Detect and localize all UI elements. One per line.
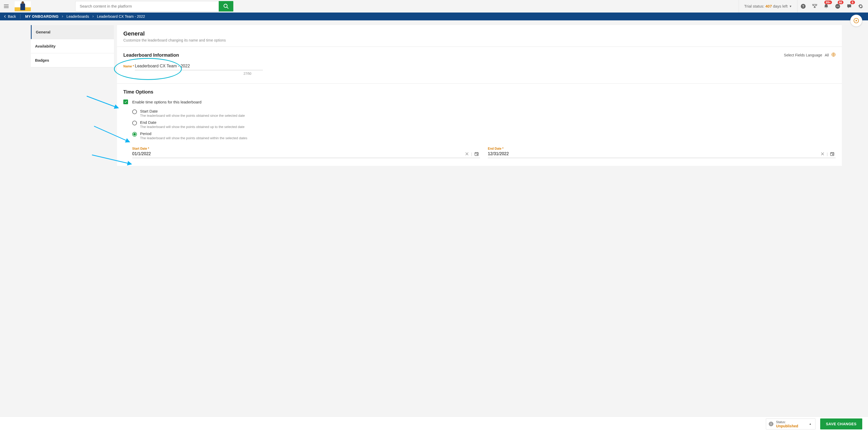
clear-button[interactable] <box>464 152 470 157</box>
enable-time-row[interactable]: Enable time options for this leaderboard <box>123 99 836 104</box>
trophy-button[interactable] <box>809 0 820 12</box>
notifications-badge: 99+ <box>825 1 832 4</box>
trial-suffix: days left <box>773 4 787 8</box>
lang-label: Select Fields Language <box>784 53 822 57</box>
radio-period[interactable]: Period The leaderboard will show the poi… <box>132 131 836 140</box>
menu-icon <box>3 3 9 9</box>
lang-value: All <box>825 53 829 57</box>
svg-text:?: ? <box>802 4 804 8</box>
radio-icon[interactable] <box>132 132 137 136</box>
svg-rect-12 <box>475 152 478 155</box>
svg-rect-14 <box>830 152 834 155</box>
notifications-button[interactable]: 99+ <box>820 0 832 12</box>
section-title: Leaderboard Information <box>123 53 836 58</box>
trial-status[interactable]: Trial status: 407 days left ▼ <box>739 0 798 12</box>
svg-point-8 <box>837 6 838 6</box>
calendar-icon <box>830 152 835 156</box>
bell-icon <box>823 3 829 9</box>
svg-point-9 <box>838 6 839 6</box>
svg-rect-5 <box>814 7 815 7</box>
start-date-label: Start Date <box>132 147 147 150</box>
section-time-options: Time Options Enable time options for thi… <box>117 84 842 166</box>
svg-line-1 <box>227 7 228 8</box>
chat-icon <box>835 3 841 9</box>
radio-icon[interactable] <box>132 110 137 114</box>
end-date-input[interactable] <box>488 150 819 158</box>
fields-language-select[interactable]: Select Fields Language All <box>784 53 836 58</box>
side-nav-label: Badges <box>35 58 49 62</box>
calendar-button[interactable] <box>473 152 480 157</box>
search-container <box>75 1 233 11</box>
globe-icon <box>831 53 836 58</box>
side-nav-item-availability[interactable]: Availability <box>31 39 114 53</box>
settings-panel: General Customize the leaderboard changi… <box>117 25 842 166</box>
clear-button[interactable] <box>819 152 826 157</box>
search-icon <box>223 3 229 9</box>
panel-title: General <box>123 30 836 37</box>
start-date-input[interactable] <box>132 150 464 158</box>
name-input[interactable] <box>135 63 263 70</box>
svg-line-16 <box>87 96 118 108</box>
svg-rect-13 <box>477 154 478 155</box>
settings-button[interactable] <box>855 0 866 12</box>
svg-point-7 <box>836 6 837 6</box>
section-title: Time Options <box>123 89 836 95</box>
comments-button[interactable]: 6 <box>843 0 855 12</box>
enable-checkbox[interactable] <box>123 99 128 104</box>
divider: | <box>470 152 473 156</box>
radio-end-date[interactable]: End Date The leaderboard will show the p… <box>132 120 836 129</box>
enable-label: Enable time options for this leaderboard <box>132 100 202 104</box>
trial-prefix: Trial status: <box>744 4 764 8</box>
start-date-field: Start Date * | <box>132 146 480 158</box>
search-button[interactable] <box>219 1 233 11</box>
name-counter: 27/50 <box>123 72 251 75</box>
top-bar: Trial status: 407 days left ▼ ? 99+ 66 <box>0 0 868 12</box>
chat-badge: 66 <box>838 1 843 4</box>
back-label: Back <box>8 14 16 19</box>
calendar-icon <box>474 152 479 156</box>
breadcrumb-sep <box>61 14 64 19</box>
side-nav-item-general[interactable]: General <box>31 25 114 39</box>
radio-hint: The leaderboard will show the points obt… <box>140 125 245 129</box>
svg-rect-15 <box>833 154 834 155</box>
breadcrumb-current: Leaderboard CX Team - 2022 <box>97 14 145 19</box>
radio-hint: The leaderboard will show the points obt… <box>140 136 247 140</box>
radio-start-date[interactable]: Start Date The leaderboard will show the… <box>132 109 836 118</box>
radio-label: Start Date <box>140 109 158 113</box>
side-nav-label: General <box>36 30 51 34</box>
help-button[interactable]: ? <box>798 0 809 12</box>
menu-button[interactable] <box>1 1 11 11</box>
comments-badge: 6 <box>850 1 855 4</box>
radio-icon[interactable] <box>132 121 137 125</box>
breadcrumb-bar: Back MY ONBOARDING Leaderboards Leaderbo… <box>0 12 868 20</box>
name-field: Name * 27/50 <box>123 63 836 75</box>
app-logo[interactable] <box>14 1 31 11</box>
gear-icon <box>858 3 864 9</box>
caret-down-icon: ▼ <box>789 5 792 8</box>
chevron-left-icon <box>3 14 7 18</box>
search-input[interactable] <box>75 1 219 11</box>
side-nav-item-badges[interactable]: Badges <box>31 53 114 67</box>
close-icon <box>820 152 825 156</box>
section-leaderboard-info: Select Fields Language All Leaderboard I… <box>117 47 842 84</box>
chat-button[interactable]: 66 <box>832 0 843 12</box>
calendar-button[interactable] <box>829 152 836 157</box>
back-button[interactable]: Back <box>3 14 20 19</box>
end-date-label: End Date <box>488 147 501 150</box>
check-icon <box>124 100 127 103</box>
trial-days: 407 <box>765 4 772 8</box>
breadcrumb-root[interactable]: MY ONBOARDING <box>25 14 59 19</box>
end-date-field: End Date * | <box>488 146 836 158</box>
help-icon: ? <box>800 3 806 9</box>
radio-label: Period <box>140 131 151 136</box>
svg-rect-4 <box>814 6 815 7</box>
side-nav-label: Availability <box>35 44 56 48</box>
name-label: Name * <box>123 64 135 68</box>
close-icon <box>465 152 469 156</box>
main-content: General Availability Badges General Cust… <box>0 20 868 187</box>
breadcrumb-leaderboards[interactable]: Leaderboards <box>66 14 89 19</box>
trophy-icon <box>812 3 817 9</box>
panel-header: General Customize the leaderboard changi… <box>117 25 842 47</box>
panel-subtitle: Customize the leaderboard changing its n… <box>123 38 836 42</box>
comments-icon <box>846 3 852 9</box>
